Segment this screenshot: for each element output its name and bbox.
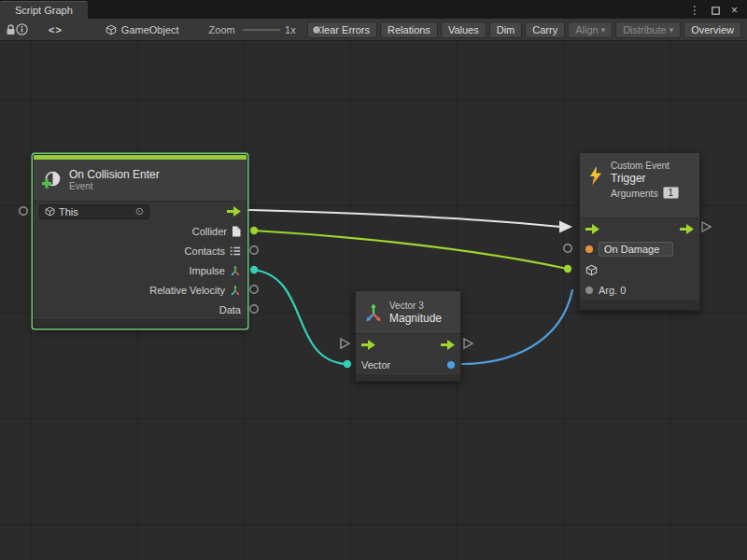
node-footer <box>34 319 247 328</box>
node-type-label: Custom Event <box>611 161 679 172</box>
node-on-collision-enter[interactable]: On Collision Enter Event This ⊙ Coll <box>33 154 247 329</box>
port-self-input[interactable] <box>20 207 27 215</box>
port-contacts-output[interactable] <box>250 246 258 254</box>
node-title: Trigger <box>611 172 679 185</box>
dim-button[interactable]: Dim <box>489 21 523 38</box>
lightning-icon <box>587 164 604 187</box>
list-icon <box>230 246 241 256</box>
object-picker-icon[interactable]: ⊙ <box>135 205 144 217</box>
close-icon[interactable]: × <box>731 5 738 16</box>
maximize-icon[interactable] <box>712 7 720 15</box>
chevron-down-icon: ▾ <box>669 25 674 35</box>
distribute-dropdown[interactable]: Distribute▾ <box>615 21 681 38</box>
control-output-arrow-icon[interactable] <box>227 206 241 217</box>
control-input-arrow-icon[interactable] <box>361 340 375 350</box>
unity-script-graph-window: Script Graph ⋮ × <> GameObject Zoom 1x C <box>0 0 747 560</box>
argument-0-row[interactable]: Arg. 0 <box>580 280 699 301</box>
port-row-impulse[interactable]: Impulse <box>34 260 247 280</box>
window-controls: ⋮ × <box>689 5 747 19</box>
port-event-target-input[interactable] <box>564 265 571 273</box>
node-title: Magnitude <box>389 312 442 325</box>
carry-button[interactable]: Carry <box>525 21 565 38</box>
graph-toolbar: <> GameObject Zoom 1x Clear Errors Relat… <box>0 19 747 41</box>
zoom-value: 1x <box>285 24 296 35</box>
node-title: On Collision Enter <box>69 168 160 181</box>
menu-icon[interactable]: ⋮ <box>689 5 700 16</box>
graph-canvas[interactable]: On Collision Enter Event This ⊙ Coll <box>0 41 747 560</box>
chevron-down-icon: ▾ <box>601 25 606 35</box>
event-name-input[interactable] <box>599 242 673 257</box>
control-output-arrow-icon[interactable] <box>441 340 455 350</box>
vector-input-row[interactable]: Vector <box>356 355 460 375</box>
control-output-arrow-icon[interactable] <box>680 224 694 234</box>
collision-event-icon <box>41 170 62 190</box>
target-self-dropdown[interactable]: This ⊙ <box>39 204 149 219</box>
port-vector-input[interactable] <box>344 360 351 368</box>
gameobject-reference[interactable]: GameObject <box>106 24 179 35</box>
cube-icon <box>585 264 598 276</box>
control-flow-row <box>580 218 699 239</box>
node-footer <box>580 301 699 310</box>
vector3-icon <box>230 265 241 276</box>
port-collider-output[interactable] <box>250 227 258 234</box>
port-data-output[interactable] <box>250 305 258 313</box>
node-subtitle: Event <box>69 181 160 192</box>
zoom-label: Zoom <box>209 24 235 35</box>
zoom-slider-handle[interactable] <box>312 25 321 35</box>
tab-title: Script Graph <box>15 5 73 16</box>
port-row-relative-velocity[interactable]: Relative Velocity <box>34 280 247 300</box>
vector3-icon <box>363 302 384 323</box>
align-dropdown[interactable]: Align▾ <box>568 21 613 38</box>
port-row-contacts[interactable]: Contacts <box>34 241 247 260</box>
self-target-row: This ⊙ <box>34 202 247 221</box>
arguments-label: Arguments <box>611 188 658 199</box>
port-row-data[interactable]: Data <box>34 300 247 319</box>
code-icon[interactable]: <> <box>49 21 63 38</box>
gameobject-label: GameObject <box>121 24 179 35</box>
node-magnitude[interactable]: Vector 3 Magnitude Vector <box>355 290 461 382</box>
cube-icon <box>106 24 117 35</box>
node-footer <box>356 375 460 381</box>
control-flow-row <box>356 334 460 355</box>
event-name-row <box>580 239 699 259</box>
tab-script-graph[interactable]: Script Graph <box>0 1 88 19</box>
node-trigger-custom-event[interactable]: Custom Event Trigger Arguments <box>579 152 700 311</box>
cube-icon <box>45 206 55 217</box>
relations-button[interactable]: Relations <box>380 21 438 38</box>
float-output-port[interactable] <box>447 361 455 369</box>
self-value: This <box>59 206 78 217</box>
control-input-arrow-icon[interactable] <box>585 224 599 234</box>
arguments-count-input[interactable] <box>663 187 679 199</box>
node-type-label: Vector 3 <box>389 301 442 312</box>
argument-input-port[interactable] <box>585 287 593 294</box>
lock-icon[interactable] <box>6 21 16 38</box>
tab-bar: Script Graph ⋮ × <box>0 0 747 19</box>
vector3-icon <box>230 285 241 296</box>
event-target-row[interactable] <box>580 259 699 280</box>
zoom-slider[interactable] <box>243 23 280 36</box>
port-row-collider[interactable]: Collider <box>34 221 247 241</box>
overview-button[interactable]: Overview <box>684 21 741 38</box>
zoom-slider-track <box>243 29 280 31</box>
string-input-port[interactable] <box>585 245 593 253</box>
values-button[interactable]: Values <box>441 21 486 38</box>
port-event-name-input[interactable] <box>564 245 571 252</box>
info-icon[interactable] <box>16 21 28 38</box>
port-relative-velocity-output[interactable] <box>250 286 258 293</box>
port-impulse-output[interactable] <box>250 266 258 273</box>
document-icon <box>232 226 241 237</box>
